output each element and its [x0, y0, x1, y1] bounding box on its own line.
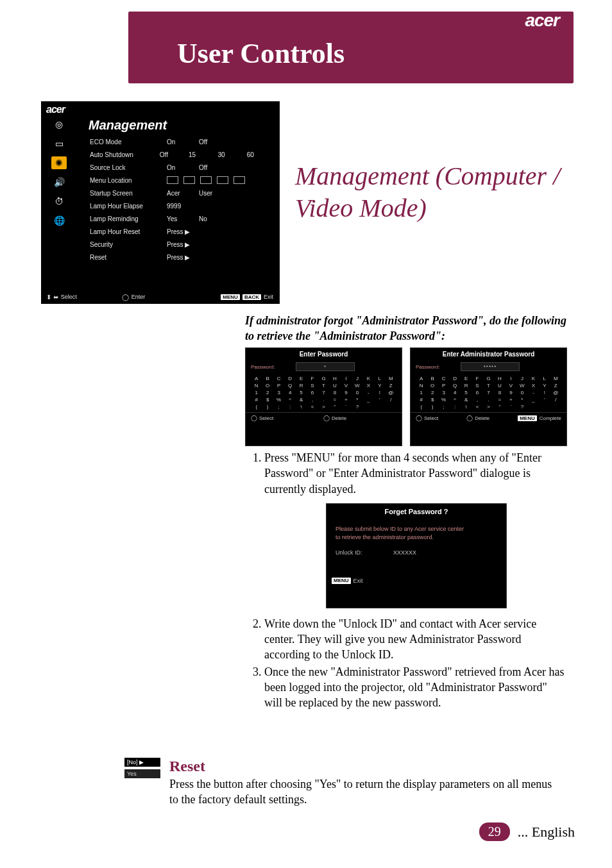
kb-key: L [374, 376, 385, 381]
kb-key: 3 [273, 390, 284, 396]
kb-key: ( [416, 404, 427, 410]
kb-key: L [539, 376, 550, 381]
kb-key: A [416, 376, 427, 381]
enter-admin-password-dialog: Enter Administrator Password Password: *… [410, 347, 567, 446]
kb-key: Y [539, 383, 550, 388]
kb-key: R [296, 383, 307, 388]
osd-row: ECO ModeOnOff [80, 135, 276, 148]
kb-key: ` [341, 404, 352, 410]
header-stripe: acer User Controls [128, 12, 574, 83]
menu-location-option [183, 176, 195, 184]
kb-left-select: Select [259, 415, 273, 421]
kb-key: 7 [318, 390, 329, 396]
kb-key: < [472, 404, 482, 410]
osd-row: Menu Location [80, 174, 276, 187]
forget-password-dialog: Forget Password ? Please submit below ID… [326, 503, 507, 608]
osd-option: On [167, 164, 199, 171]
osd-screenshot: acer ◎ ▭ ✺ 🔊 ⏱ 🌐 Management ECO ModeOnOf… [41, 101, 280, 304]
kb-key: . [483, 397, 494, 403]
kb-right-select: Select [424, 415, 438, 421]
kb-key: + [341, 397, 352, 403]
osd-row: Lamp RemindingYesNo [80, 212, 276, 225]
kb-key: X [528, 383, 539, 388]
kb-key: X [363, 383, 374, 388]
kb-key [386, 404, 396, 410]
kb-key: * [352, 397, 362, 403]
kb-key: 3 [438, 390, 449, 396]
fp-msg1: Please submit below ID to any Acer servi… [336, 525, 497, 534]
kb-key: ) [262, 404, 273, 410]
kb-key: H [494, 376, 505, 381]
kb-key: D [284, 376, 295, 381]
osd-row-label: Source Lock [90, 164, 167, 171]
kb-right-pw-field: ***** [461, 362, 520, 371]
kb-key: O [262, 383, 273, 388]
kb-key: U [329, 383, 340, 388]
kb-key: & [296, 397, 307, 403]
kb-key [528, 404, 539, 410]
kb-key: W [516, 383, 527, 388]
color-icon: ◎ [51, 118, 67, 131]
management-icon: ✺ [51, 156, 67, 169]
kb-key: : [284, 404, 295, 410]
kb-key: ^ [284, 397, 295, 403]
kb-key: Q [449, 383, 460, 388]
menu-location-option [167, 176, 178, 184]
kb-key: 6 [307, 390, 318, 396]
kb-key: % [273, 397, 284, 403]
kb-key: 1 [251, 390, 262, 396]
fp-msg2: to retrieve the administrator password. [336, 533, 497, 542]
select-icon: ◯ [416, 415, 422, 421]
kb-key: ' [374, 397, 385, 403]
kb-key: ? [516, 404, 527, 410]
kb-key: @ [550, 390, 561, 396]
kb-key: K [363, 376, 374, 381]
osd-row-label: Reset [90, 254, 167, 261]
osd-footer-enter: Enter [132, 294, 146, 300]
kb-key: $ [262, 397, 273, 403]
kb-key: 0 [352, 390, 362, 396]
page-title: User Controls [177, 37, 344, 70]
kb-key: ) [427, 404, 438, 410]
fp-unlock-label: Unlock ID: [336, 549, 393, 556]
step-3: Once the new "Administrator Password" re… [264, 664, 567, 711]
fp-unlock-value: XXXXXX [393, 549, 416, 556]
kb-key [363, 404, 374, 410]
osd-sidebar: ◎ ▭ ✺ 🔊 ⏱ 🌐 [41, 115, 80, 282]
kb-key: I [506, 376, 516, 381]
kb-key: J [516, 376, 527, 381]
osd-row: Lamp Hour Elapse9999 [80, 199, 276, 212]
osd-row: Startup ScreenAcerUser [80, 187, 276, 199]
kb-key: ; [438, 404, 449, 410]
kb-key: = [494, 397, 505, 403]
kb-key: 5 [461, 390, 472, 396]
kb-key: F [472, 376, 482, 381]
kb-key: 8 [494, 390, 505, 396]
osd-row-label: Auto Shutdown [90, 151, 160, 158]
kb-key: ` [506, 404, 516, 410]
kb-key: K [528, 376, 539, 381]
osd-brand: acer [46, 104, 65, 115]
osd-row: SecurityPress ▶ [80, 238, 276, 251]
reset-body: Press the button after choosing "Yes" to… [169, 776, 561, 808]
kb-key: B [427, 376, 438, 381]
kb-key: ' [539, 397, 550, 403]
reset-yes-option: Yes [124, 769, 160, 778]
kb-key: > [318, 404, 329, 410]
kb-key: - [528, 390, 539, 396]
kb-key: O [427, 383, 438, 388]
kb-key: * [516, 397, 527, 403]
kb-key: # [416, 397, 427, 403]
kb-key: I [341, 376, 352, 381]
reset-heading: Reset [169, 758, 561, 775]
osd-option: 15 [189, 151, 217, 158]
menu-badge: MENU [332, 578, 351, 585]
kb-key: W [352, 383, 362, 388]
kb-key: G [483, 376, 494, 381]
kb-key: 5 [296, 390, 307, 396]
page-number: 29 [479, 822, 510, 841]
osd-row-label: Lamp Hour Reset [90, 228, 167, 235]
menu-badge: MENU [221, 294, 240, 300]
kb-key: 7 [483, 390, 494, 396]
kb-key: M [386, 376, 396, 381]
